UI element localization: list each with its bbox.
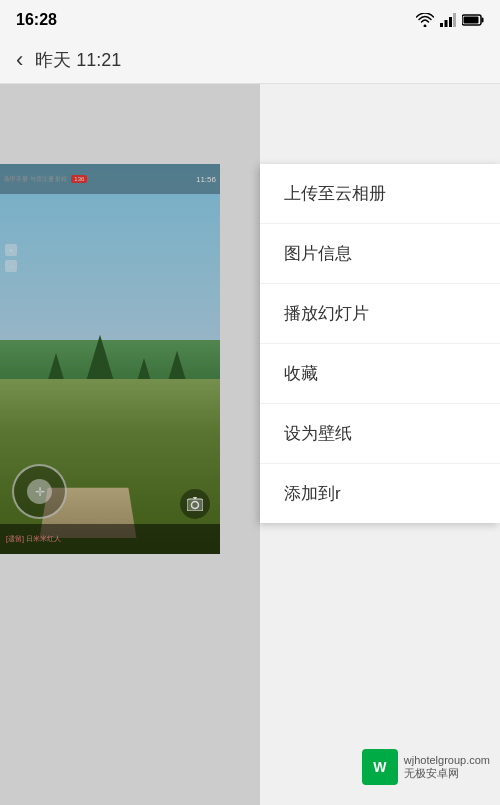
status-time: 16:28 bbox=[16, 11, 57, 29]
status-icons bbox=[416, 13, 484, 27]
watermark-brand: 无极安卓网 bbox=[404, 766, 490, 781]
watermark-logo: W bbox=[362, 749, 398, 785]
menu-item-set-wallpaper[interactable]: 设为壁纸 bbox=[260, 404, 500, 464]
wifi-icon bbox=[416, 13, 434, 27]
battery-icon bbox=[462, 14, 484, 26]
watermark-text-area: wjhotelgroup.com 无极安卓网 bbox=[404, 754, 490, 781]
nav-title: 昨天 11:21 bbox=[35, 48, 121, 72]
svg-rect-3 bbox=[453, 13, 456, 27]
svg-rect-6 bbox=[464, 17, 479, 24]
menu-item-add-to[interactable]: 添加到r bbox=[260, 464, 500, 523]
main-content: 装甲手册 与背注册 射程 136 11:56 + - ✛ bbox=[0, 84, 500, 805]
context-menu: 上传至云相册 图片信息 播放幻灯片 收藏 设为壁纸 添加到r bbox=[260, 164, 500, 523]
back-button[interactable]: ‹ bbox=[16, 47, 23, 73]
menu-item-favorite[interactable]: 收藏 bbox=[260, 344, 500, 404]
svg-rect-2 bbox=[449, 17, 452, 27]
watermark-site: wjhotelgroup.com bbox=[404, 754, 490, 766]
nav-bar: ‹ 昨天 11:21 bbox=[0, 36, 500, 84]
svg-rect-0 bbox=[440, 23, 443, 27]
menu-item-upload-cloud[interactable]: 上传至云相册 bbox=[260, 164, 500, 224]
status-bar: 16:28 bbox=[0, 0, 500, 36]
menu-item-image-info[interactable]: 图片信息 bbox=[260, 224, 500, 284]
svg-rect-1 bbox=[445, 20, 448, 27]
dim-overlay bbox=[0, 84, 260, 805]
menu-item-slideshow[interactable]: 播放幻灯片 bbox=[260, 284, 500, 344]
signal-icon bbox=[440, 13, 456, 27]
watermark: W wjhotelgroup.com 无极安卓网 bbox=[362, 749, 490, 785]
svg-rect-5 bbox=[482, 18, 484, 23]
